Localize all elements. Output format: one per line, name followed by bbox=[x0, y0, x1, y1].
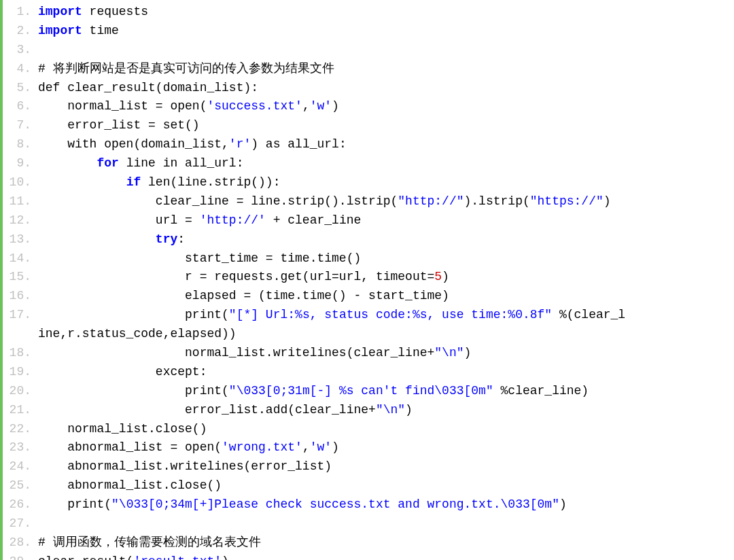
line-content: # 将判断网站是否是真实可访问的传入参数为结果文件 bbox=[38, 60, 734, 79]
token-txt: ).lstrip( bbox=[464, 194, 530, 208]
line-content: abnormal_list.writelines(error_list) bbox=[38, 457, 734, 476]
token-cmt: # 调用函数，传输需要检测的域名表文件 bbox=[38, 536, 261, 549]
token-txt: r = requests.get(url=url, timeout= bbox=[38, 270, 434, 283]
line-number: 29. bbox=[3, 553, 38, 560]
line-content bbox=[38, 41, 734, 60]
code-line: 15. r = requests.get(url=url, timeout=5) bbox=[3, 268, 734, 287]
token-cmt: # 将判断网站是否是真实可访问的传入参数为结果文件 bbox=[38, 62, 334, 75]
token-txt: ) bbox=[604, 194, 611, 208]
token-str: "\033[0;31m[-] %s can't find\033[0m" bbox=[229, 384, 493, 398]
token-kw: import bbox=[38, 5, 82, 18]
line-content: error_list = set() bbox=[38, 116, 734, 135]
code-line: 26. print("\033[0;34m[+]Please check suc… bbox=[3, 495, 734, 514]
token-txt: def clear_result(domain_list): bbox=[38, 81, 258, 94]
token-str: 'wrong.txt' bbox=[222, 440, 302, 454]
token-txt: time bbox=[82, 24, 119, 37]
line-number: 4. bbox=[3, 60, 38, 79]
token-kw: try bbox=[156, 232, 177, 246]
token-kw: import bbox=[38, 24, 82, 37]
token-str: 'http://' bbox=[200, 213, 266, 227]
token-txt: ) bbox=[464, 346, 472, 360]
code-line: 17. print("[*] Url:%s, status code:%s, u… bbox=[3, 306, 734, 325]
line-number: 7. bbox=[3, 116, 38, 135]
code-line: 6. normal_list = open('success.txt','w') bbox=[3, 97, 734, 116]
token-txt: ) bbox=[332, 99, 339, 113]
token-txt: normal_list = open( bbox=[38, 99, 207, 113]
code-line: 11. clear_line = line.strip().lstrip("ht… bbox=[3, 192, 734, 211]
line-content: print("[*] Url:%s, status code:%s, use t… bbox=[38, 306, 734, 325]
token-txt: abnormal_list = open( bbox=[38, 440, 222, 454]
line-number: 18. bbox=[3, 344, 38, 363]
code-line: 21. error_list.add(clear_line+"\n") bbox=[3, 401, 734, 420]
code-line: 9. for line in all_url: bbox=[3, 154, 734, 173]
code-line: 12. url = 'http://' + clear_line bbox=[3, 211, 734, 230]
token-txt: print( bbox=[38, 384, 229, 398]
line-number: 20. bbox=[3, 382, 38, 401]
line-content: normal_list = open('success.txt','w') bbox=[38, 97, 734, 116]
line-content: normal_list.close() bbox=[38, 420, 734, 439]
code-block: 1.import requests2.import time3.4.# 将判断网… bbox=[0, 0, 734, 560]
token-txt: , bbox=[302, 440, 310, 454]
token-txt: abnormal_list.writelines(error_list) bbox=[38, 459, 332, 473]
line-content: ine,r.status_code,elapsed)) bbox=[38, 325, 734, 344]
code-line: 16. elapsed = (time.time() - start_time) bbox=[3, 287, 734, 306]
token-txt: abnormal_list.close() bbox=[38, 478, 222, 492]
token-num: 5 bbox=[434, 270, 442, 283]
token-txt: ) bbox=[332, 440, 339, 454]
code-line: 22. normal_list.close() bbox=[3, 420, 734, 439]
code-line: 28.# 调用函数，传输需要检测的域名表文件 bbox=[3, 533, 734, 553]
line-content: print("\033[0;34m[+]Please check success… bbox=[38, 495, 734, 514]
line-number: 8. bbox=[3, 135, 38, 154]
token-str: "\n" bbox=[376, 403, 405, 417]
token-str: "\033[0;34m[+]Please check success.txt a… bbox=[111, 497, 559, 511]
line-content: start_time = time.time() bbox=[38, 249, 734, 268]
code-line: 2.import time bbox=[3, 22, 734, 41]
line-number: 27. bbox=[3, 514, 38, 533]
token-txt: ) bbox=[559, 497, 567, 511]
code-line: 13. try: bbox=[3, 230, 734, 249]
token-txt: url = bbox=[38, 213, 200, 227]
token-txt: print( bbox=[38, 308, 229, 321]
token-txt: clear_line = line.strip().lstrip( bbox=[38, 194, 398, 208]
token-str: 'result.txt' bbox=[133, 555, 222, 560]
line-number: 14. bbox=[3, 249, 38, 268]
code-line: 18. normal_list.writelines(clear_line+"\… bbox=[3, 344, 734, 363]
line-content: clear_line = line.strip().lstrip("http:/… bbox=[38, 192, 734, 211]
token-txt bbox=[38, 156, 97, 170]
line-content: except: bbox=[38, 363, 734, 382]
token-str: 'r' bbox=[229, 137, 251, 151]
line-number: 13. bbox=[3, 230, 38, 249]
line-number: 26. bbox=[3, 495, 38, 514]
line-content: if len(line.strip()): bbox=[38, 173, 734, 192]
code-line: 24. abnormal_list.writelines(error_list) bbox=[3, 457, 734, 476]
token-txt: start_time = time.time() bbox=[38, 251, 361, 265]
token-txt: elapsed = (time.time() - start_time) bbox=[38, 289, 449, 302]
code-line: 4.# 将判断网站是否是真实可访问的传入参数为结果文件 bbox=[3, 60, 734, 79]
line-number: 17. bbox=[3, 306, 38, 325]
token-txt: normal_list.writelines(clear_line+ bbox=[38, 346, 434, 360]
token-txt: : bbox=[177, 232, 185, 246]
line-content: import time bbox=[38, 22, 734, 41]
code-line: 29.clear_result('result.txt') bbox=[3, 553, 734, 560]
line-number: 25. bbox=[3, 476, 38, 495]
line-number: 5. bbox=[3, 79, 38, 98]
token-str: "\n" bbox=[434, 346, 464, 360]
code-line: 1.import requests bbox=[3, 3, 734, 22]
line-content: clear_result('result.txt') bbox=[38, 553, 734, 560]
token-txt: ) bbox=[405, 403, 413, 417]
line-content bbox=[38, 514, 734, 533]
code-line: 23. abnormal_list = open('wrong.txt','w'… bbox=[3, 438, 734, 457]
line-number: 3. bbox=[3, 41, 38, 60]
line-number: 22. bbox=[3, 420, 38, 439]
token-txt: ) as all_url: bbox=[251, 137, 346, 151]
line-content: normal_list.writelines(clear_line+"\n") bbox=[38, 344, 734, 363]
line-content: def clear_result(domain_list): bbox=[38, 79, 734, 98]
line-content: abnormal_list = open('wrong.txt','w') bbox=[38, 438, 734, 457]
code-line: ine,r.status_code,elapsed)) bbox=[3, 325, 734, 344]
line-number bbox=[3, 325, 38, 344]
token-str: 'success.txt' bbox=[207, 99, 302, 113]
line-number: 2. bbox=[3, 22, 38, 41]
token-txt: + clear_line bbox=[266, 213, 361, 227]
token-txt: error_list.add(clear_line+ bbox=[38, 403, 376, 417]
line-number: 23. bbox=[3, 438, 38, 457]
